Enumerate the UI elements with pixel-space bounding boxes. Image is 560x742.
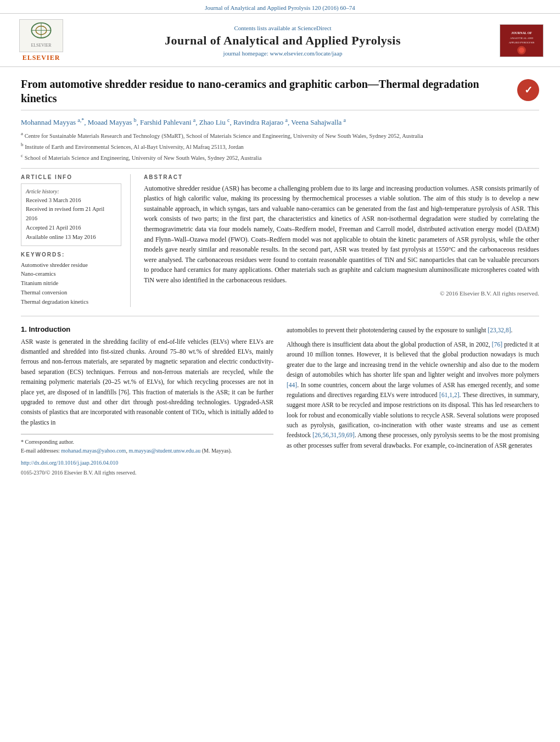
article-info-label: ARTICLE INFO [21,174,121,180]
doi-text: http://dx.doi.org/10.1016/j.jaap.2016.04… [21,460,118,466]
contents-text: Contents lists available at [234,25,296,31]
article-info-abstract-cols: ARTICLE INFO Article history: Received 3… [21,168,539,307]
author-farshid: Farshid Pahlevani a [140,118,195,126]
author-zhao: Zhao Liu c [199,118,230,126]
author-ravindra: Ravindra Rajarao a [233,118,288,126]
body-text-right: automobiles to prevent their phototender… [287,325,539,451]
article-title-text: From automotive shredder residue to nano… [21,77,508,105]
intro-right-para-2: Although there is insufficient data abou… [287,339,539,450]
doi-line[interactable]: http://dx.doi.org/10.1016/j.jaap.2016.04… [21,459,273,467]
svg-text:JOURNAL OF: JOURNAL OF [511,31,532,35]
article-info-col: ARTICLE INFO Article history: Received 3… [21,174,131,307]
license-line: 0165-2370/© 2016 Elsevier B.V. All right… [21,468,273,477]
footnote-corresponding: * Corresponding author. [21,438,273,447]
affiliation-b: b Institute of Earth and Environmental S… [21,141,539,151]
keyword-5: Thermal degradation kinetics [21,298,121,307]
crossmark-badge[interactable]: ✓ [517,79,539,101]
history-label: Article history: [26,187,116,196]
author-mohannad: Mohannad Mayyas a,* [21,118,84,126]
article-title: From automotive shredder residue to nano… [21,77,508,105]
ref-61: [61,1,2] [439,392,459,398]
body-right-col: automobiles to prevent their phototender… [287,325,539,478]
svg-point-11 [519,48,524,53]
intro-right-para: automobiles to prevent their phototender… [287,325,539,335]
journal-citation: Journal of Analytical and Applied Pyroly… [205,4,355,11]
body-two-col: 1. Introduction ASR waste is generated i… [21,325,539,478]
elsevier-label: ELSEVIER [23,54,60,62]
article-title-section: From automotive shredder residue to nano… [21,77,539,110]
footnote-email: E-mail addresses: mohanad.mayas@yahoo.co… [21,447,273,455]
history-accepted: Accepted 21 April 2016 [26,224,116,233]
keywords-section: Keywords: Automotive shredder residue Na… [21,252,121,307]
abstract-text: Automotive shredder residue (ASR) has be… [144,183,539,286]
history-online: Available online 13 May 2016 [26,233,116,242]
header-center: Contents lists available at ScienceDirec… [75,25,491,57]
author-moaad: Moaad Mayyas b [88,118,137,126]
article-content: From automotive shredder residue to nano… [0,67,560,487]
keywords-box: Automotive shredder residue Nano-ceramic… [21,261,121,307]
footnotes: * Corresponding author. E-mail addresses… [21,434,273,477]
sciencedirect-link[interactable]: ScienceDirect [298,25,332,31]
contents-line: Contents lists available at ScienceDirec… [75,25,491,31]
svg-text:ELSEVIER: ELSEVIER [31,43,52,48]
affiliation-c: c School of Materials Science and Engine… [21,152,539,162]
elsevier-logo: ELSEVIER ELSEVIER [16,19,66,62]
ref-26: [26,56,31,59,69] [312,432,355,438]
email-link-1[interactable]: mohanad.mayas@yahoo.com [61,448,126,454]
homepage-line: journal homepage: www.elsevier.com/locat… [75,50,491,57]
ref-23: [23,32,8] [488,327,511,333]
email-link-2[interactable]: m.mayyas@student.unsw.edu.au [128,448,200,454]
email-author-label: (M. Mayyas). [202,448,232,454]
header-area: ELSEVIER ELSEVIER Contents lists availab… [0,14,560,67]
email-label: E-mail addresses: [21,448,60,454]
keyword-1: Automotive shredder residue [21,261,121,270]
elsevier-logo-img: ELSEVIER [19,19,63,52]
authors-line: Mohannad Mayyas a,*, Moaad Mayyas b, Far… [21,116,539,128]
journal-link-bar: Journal of Analytical and Applied Pyroly… [0,0,560,14]
affiliations: a Centre for Sustainable Materials Resea… [21,130,539,163]
section-divider [21,316,539,316]
keywords-label: Keywords: [21,252,121,258]
keyword-2: Nano-ceramics [21,270,121,279]
ref-76: [76] [492,341,502,348]
abstract-col: ABSTRACT Automotive shredder residue (AS… [144,174,539,307]
body-left-col: 1. Introduction ASR waste is generated i… [21,325,273,478]
keyword-3: Titanium nitride [21,279,121,288]
author-veena: Veena Sahajwalla a [291,118,346,126]
svg-text:APPLIED PYROLYSIS: APPLIED PYROLYSIS [508,41,534,44]
article-history: Article history: Received 3 March 2016 R… [21,183,121,246]
keyword-4: Thermal conversion [21,288,121,298]
abstract-label: ABSTRACT [144,174,539,180]
svg-text:✓: ✓ [524,85,533,96]
journal-title: Journal of Analytical and Applied Pyroly… [75,34,491,48]
history-received: Received 3 March 2016 [26,196,116,205]
homepage-link[interactable]: www.elsevier.com/locate/jaap [270,50,343,57]
copyright: © 2016 Elsevier B.V. All rights reserved… [144,290,539,297]
section1-heading: 1. Introduction [21,325,273,333]
svg-text:ANALYTICAL AND: ANALYTICAL AND [510,37,534,40]
affiliation-a: a Centre for Sustainable Materials Resea… [21,130,539,140]
ref-44: [44] [287,382,297,388]
homepage-text: journal homepage: [223,50,268,57]
intro-left-para: ASR waste is generated in the shredding … [21,337,273,428]
page-wrapper: Journal of Analytical and Applied Pyroly… [0,0,560,487]
journal-logo-right: JOURNAL OF ANALYTICAL AND APPLIED PYROLY… [500,24,544,57]
body-text-left: ASR waste is generated in the shredding … [21,337,273,428]
history-revised: Received in revised form 21 April 2016 [26,205,116,224]
